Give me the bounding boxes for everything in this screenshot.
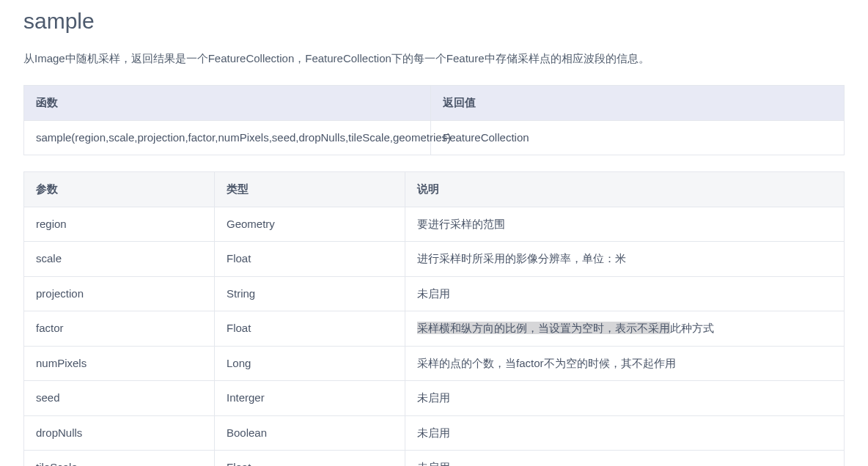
param-name: tileScale xyxy=(24,451,215,467)
table-row: numPixels Long 采样的点的个数，当factor不为空的时候，其不起… xyxy=(24,346,845,381)
param-type: Geometry xyxy=(215,207,405,242)
param-name: factor xyxy=(24,311,215,347)
param-desc: 进行采样时所采用的影像分辨率，单位：米 xyxy=(405,242,845,277)
sig-func-cell: sample(region,scale,projection,factor,nu… xyxy=(24,120,431,155)
param-name: seed xyxy=(24,381,215,416)
param-name: numPixels xyxy=(24,346,215,381)
param-desc: 未启用 xyxy=(405,451,845,467)
param-name: dropNulls xyxy=(24,415,215,451)
param-desc: 采样横和纵方向的比例，当设置为空时，表示不采用此种方式 xyxy=(405,311,845,347)
table-row: scale Float 进行采样时所采用的影像分辨率，单位：米 xyxy=(24,242,845,277)
param-desc: 未启用 xyxy=(405,415,845,451)
param-type: Long xyxy=(215,346,405,381)
sig-ret-cell: FeatureCollection xyxy=(431,120,845,155)
sig-header-ret: 返回值 xyxy=(431,86,845,121)
signature-table: 函数 返回值 sample(region,scale,projection,fa… xyxy=(23,85,845,155)
param-name: scale xyxy=(24,242,215,277)
table-row: sample(region,scale,projection,factor,nu… xyxy=(24,120,845,155)
param-desc: 采样的点的个数，当factor不为空的时候，其不起作用 xyxy=(405,346,845,381)
params-header-desc: 说明 xyxy=(405,172,845,207)
param-type: Interger xyxy=(215,381,405,416)
param-type: String xyxy=(215,276,405,311)
param-desc: 要进行采样的范围 xyxy=(405,207,845,242)
table-row: seed Interger 未启用 xyxy=(24,381,845,416)
param-type: Boolean xyxy=(215,415,405,451)
param-type: Float xyxy=(215,242,405,277)
param-name: projection xyxy=(24,276,215,311)
params-header-param: 参数 xyxy=(24,172,215,207)
params-header-type: 类型 xyxy=(215,172,405,207)
param-name: region xyxy=(24,207,215,242)
page-title: sample xyxy=(23,9,845,34)
highlighted-text: 采样横和纵方向的比例，当设置为空时，表示不采用 xyxy=(417,322,670,334)
param-type: Float xyxy=(215,451,405,467)
table-row: projection String 未启用 xyxy=(24,276,845,311)
param-type: Float xyxy=(215,311,405,347)
params-table: 参数 类型 说明 region Geometry 要进行采样的范围 scale … xyxy=(23,171,845,466)
param-desc: 未启用 xyxy=(405,276,845,311)
table-row: dropNulls Boolean 未启用 xyxy=(24,415,845,451)
sig-header-func: 函数 xyxy=(24,86,431,121)
table-row: tileScale Float 未启用 xyxy=(24,451,845,467)
table-row: factor Float 采样横和纵方向的比例，当设置为空时，表示不采用此种方式 xyxy=(24,311,845,347)
param-desc: 未启用 xyxy=(405,381,845,416)
table-row: region Geometry 要进行采样的范围 xyxy=(24,207,845,242)
param-desc-tail: 此种方式 xyxy=(670,322,714,334)
description-text: 从Image中随机采样，返回结果是一个FeatureCollection，Fea… xyxy=(23,50,845,67)
